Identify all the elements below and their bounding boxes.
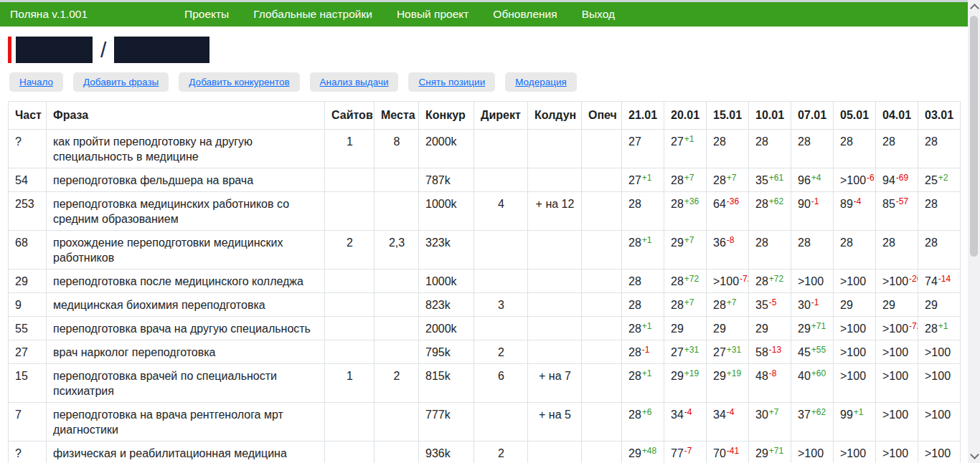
sites-cell (325, 317, 374, 340)
position-cell-10.01: 29 (749, 317, 791, 340)
position-delta: +1 (854, 407, 864, 417)
phrase-cell: физическая и реабилитационная медицина п… (47, 441, 325, 463)
sites-cell (325, 441, 374, 463)
position-delta: +72 (769, 274, 783, 284)
position-cell-07.01: 30-1 (791, 293, 834, 317)
nav-item-3[interactable]: Новый проект (385, 8, 481, 21)
scrollbar-thumb[interactable] (970, 16, 978, 257)
position-cell-10.01: 28+62 (749, 192, 791, 231)
position-value: >100 (882, 409, 908, 421)
position-cell-20.01: 27+1 (664, 130, 707, 168)
direct-cell (474, 317, 528, 340)
sites-cell: 2 (325, 231, 374, 269)
position-delta: +2 (938, 173, 948, 183)
position-delta: +71 (769, 446, 783, 456)
typo-cell (582, 168, 622, 192)
places-cell: 2 (374, 364, 419, 403)
competition-cell: 787k (419, 168, 474, 192)
position-delta: -8 (769, 368, 777, 378)
position-value: >100 (925, 346, 951, 358)
position-cell-15.01: 29+19 (707, 364, 749, 403)
frequency-cell: 29 (9, 269, 47, 293)
competition-cell: 823k (419, 293, 474, 317)
position-value: 27+31 (671, 346, 699, 358)
scroll-down-icon[interactable] (970, 450, 979, 459)
position-value: 29+19 (671, 370, 699, 382)
column-header-8: Опеч (582, 102, 622, 130)
column-header-date-21.01: 21.01 (622, 102, 664, 130)
position-delta: +36 (684, 196, 699, 206)
phrase-cell: переподготовка фельдшера на врача (47, 168, 325, 192)
position-value: 64-36 (713, 198, 739, 210)
direct-cell: 4 (474, 192, 528, 231)
scroll-up-icon[interactable] (970, 4, 979, 13)
top-nav: ПроектыГлобальные настройкиНовый проектО… (172, 8, 627, 21)
position-delta: +7 (684, 173, 694, 183)
frequency-cell: ? (9, 441, 47, 463)
places-cell (374, 168, 419, 192)
position-value: >100 (840, 275, 866, 287)
nav-item-4[interactable]: Обновления (481, 8, 569, 21)
position-delta: +7 (727, 297, 737, 307)
position-value: 28 (925, 198, 938, 210)
toolbar-link-1[interactable]: Начало (9, 72, 63, 92)
toolbar-link-6[interactable]: Модерация (505, 72, 577, 92)
position-cell-20.01: 77-7 (664, 441, 707, 463)
position-cell-10.01: 28 (749, 231, 791, 269)
places-cell (374, 340, 419, 364)
position-cell-05.01: 28 (834, 231, 876, 269)
position-value: 28 (882, 135, 895, 148)
position-cell-05.01: 29 (834, 293, 876, 317)
position-cell-05.01: >100 (834, 441, 876, 463)
nav-item-5[interactable]: Выход (570, 8, 627, 21)
frequency-cell: 27 (9, 340, 47, 364)
position-value: 94-69 (882, 174, 908, 186)
column-header-3: Сайтов (325, 102, 374, 130)
position-delta: +48 (642, 446, 656, 456)
table-header-row: ЧастФразаСайтовМестаКонкурДиректКолдунОп… (9, 102, 961, 130)
toolbar-link-5[interactable]: Снять позиции (408, 72, 495, 92)
position-cell-15.01: 28+7 (707, 168, 749, 192)
position-cell-15.01: 28 (707, 130, 749, 168)
toolbar-link-4[interactable]: Анализ выдачи (310, 72, 399, 92)
position-value: 28+1 (628, 323, 651, 335)
position-value: >100 (882, 346, 908, 358)
position-cell-03.01: >100 (918, 364, 961, 403)
position-delta: +7 (727, 173, 737, 183)
sites-cell: 1 (325, 130, 374, 168)
position-cell-20.01: 34-4 (664, 403, 707, 441)
position-cell-07.01: 96+4 (791, 168, 834, 192)
position-value: 28 (840, 237, 853, 249)
phrase-cell: медицинская биохимия переподготовка (47, 293, 325, 317)
position-delta: +4 (811, 173, 821, 183)
phrase-row-9: 15переподготовка врачей по специальности… (9, 364, 961, 403)
position-value: 29 (671, 323, 684, 335)
position-value: 29+71 (798, 323, 826, 335)
typo-cell (582, 269, 622, 293)
toolbar-link-3[interactable]: Добавить конкурентов (179, 72, 299, 92)
position-value: 27+31 (713, 346, 741, 358)
position-cell-05.01: 89-4 (834, 192, 876, 231)
sites-cell (325, 340, 374, 364)
competition-cell: 795k (419, 340, 474, 364)
typo-cell (582, 293, 622, 317)
direct-cell: 3 (474, 293, 528, 317)
nav-item-1[interactable]: Проекты (172, 8, 241, 21)
competition-cell: 815k (419, 364, 474, 403)
position-delta: +1 (642, 368, 652, 378)
typo-cell (582, 130, 622, 168)
phrase-row-5: 29переподготовка после медицинского колл… (9, 269, 961, 293)
position-cell-07.01: 28 (791, 130, 834, 168)
position-delta: -72 (909, 321, 918, 331)
position-value: 28+6 (628, 409, 651, 421)
toolbar-link-2[interactable]: Добавить фразы (73, 72, 169, 92)
position-value: 37+62 (798, 409, 826, 421)
phrase-cell: переподготовка врачей по специальности п… (47, 364, 325, 403)
position-cell-10.01: 30+7 (749, 403, 791, 441)
position-value: 34-4 (671, 409, 692, 421)
position-value: 29 (755, 323, 768, 335)
vertical-scrollbar[interactable] (968, 0, 980, 463)
competition-cell: 777k (419, 403, 474, 441)
phrase-cell: переподготовка после медицинского коллед… (47, 269, 325, 293)
nav-item-2[interactable]: Глобальные настройки (241, 8, 385, 21)
